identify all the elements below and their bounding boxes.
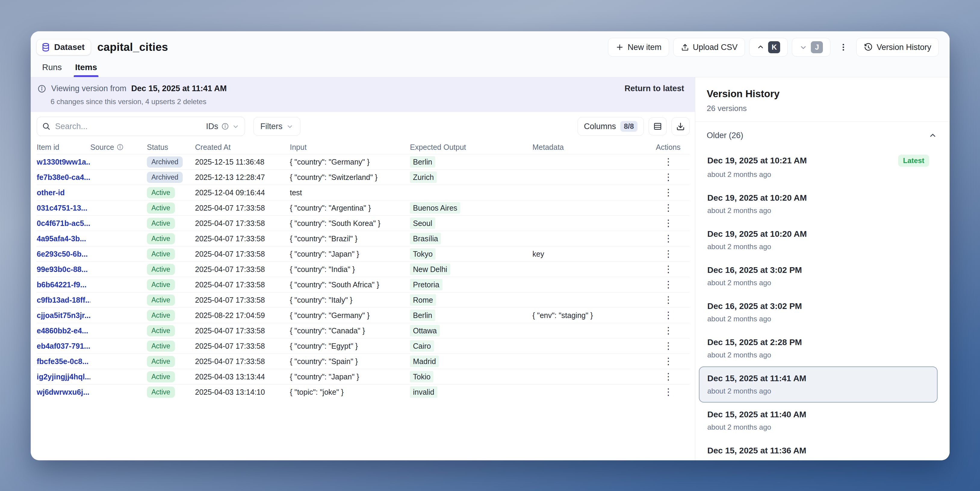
return-to-latest-link[interactable]: Return to latest [625,84,684,106]
table-row: wj6dwrwxu6j...Active2025-04-03 13:14:10{… [37,384,690,400]
older-group-toggle[interactable]: Older (26) [695,122,950,146]
version-list-item[interactable]: Dec 19, 2025 at 10:20 AMabout 2 months a… [699,186,937,222]
version-list-item[interactable]: Dec 15, 2025 at 11:36 AMabout 2 months a… [699,439,937,460]
download-button[interactable] [671,118,690,135]
created-at-cell: 2025-04-07 17:33:58 [195,219,290,228]
upvote-user-button[interactable]: K [749,38,788,57]
row-actions-kebab[interactable]: ⋮ [656,387,673,397]
search-box[interactable]: IDs [37,117,245,136]
upload-csv-button[interactable]: Upload CSV [673,38,745,57]
input-cell: { "country": "Argentina" } [290,204,410,212]
filters-button[interactable]: Filters [253,117,301,136]
status-badge: Active [147,187,175,198]
item-id-link[interactable]: 031c4751-13... [37,204,90,212]
item-id-link[interactable]: fbcfe35e-0c8... [37,357,90,366]
item-id-link[interactable]: c9fb13ad-18ff... [37,296,90,305]
version-list-item[interactable]: Dec 19, 2025 at 10:20 AMabout 2 months a… [699,222,937,258]
version-relative-time: about 2 months ago [707,279,929,287]
column-header-metadata[interactable]: Metadata [533,143,656,152]
created-at-cell: 2025-04-07 17:33:58 [195,265,290,274]
item-id-link[interactable]: 0c4f671b-ac5... [37,219,90,228]
item-id-link[interactable]: w1330t9ww1a... [37,158,90,166]
version-count: 26 versions [707,104,938,113]
item-id-link[interactable]: b6b64221-f9... [37,280,90,289]
row-height-button[interactable] [649,118,667,135]
status-cell: Active [147,371,195,382]
column-header-item-id[interactable]: Item id [37,143,90,152]
column-header-status[interactable]: Status [147,143,195,152]
row-actions-kebab[interactable]: ⋮ [656,218,673,228]
status-badge: Active [147,325,175,336]
version-relative-time: about 2 months ago [707,170,929,179]
column-header-created-at[interactable]: Created At [195,143,290,152]
info-icon [221,122,229,130]
info-icon [37,84,46,93]
column-header-source[interactable]: Source [90,143,147,152]
version-history-button[interactable]: Version History [856,38,939,57]
row-actions-kebab[interactable]: ⋮ [656,172,673,182]
version-list-item[interactable]: Dec 19, 2025 at 10:21 AMLatestabout 2 mo… [699,148,937,186]
version-list-item[interactable]: Dec 15, 2025 at 11:41 AMabout 2 months a… [699,367,937,402]
more-options-button[interactable] [835,38,852,57]
item-id-link[interactable]: cjjoa5it75n3jr... [37,311,90,320]
item-id-link[interactable]: 4a95afa4-3b... [37,234,90,243]
column-header-input[interactable]: Input [290,143,410,152]
status-badge: Active [147,356,175,367]
actions-cell: ⋮ [656,188,690,197]
item-id-link[interactable]: e4860bb2-e4... [37,326,90,335]
actions-cell: ⋮ [656,341,690,351]
version-list-item[interactable]: Dec 16, 2025 at 3:02 PMabout 2 months ag… [699,294,937,331]
input-cell: { "country": "Germany" } [290,311,410,320]
version-relative-time: about 2 months ago [707,207,929,215]
row-actions-kebab[interactable]: ⋮ [656,294,673,305]
version-relative-time: about 2 months ago [707,387,929,395]
status-cell: Active [147,294,195,306]
search-scope-dropdown[interactable]: IDs [206,122,240,131]
item-id-link[interactable]: wj6dwrwxu6j... [37,388,90,397]
table-toolbar: IDs Filters [31,112,695,136]
row-actions-kebab[interactable]: ⋮ [656,279,673,290]
upload-icon [681,43,689,51]
downvote-user-button[interactable]: J [792,38,830,57]
version-date: Dec 19, 2025 at 10:20 AM [707,229,807,239]
page-title: capital_cities [97,41,168,54]
version-date: Dec 16, 2025 at 3:02 PM [707,302,802,311]
table-row: other-idActive2025-12-04 09:16:44test⋮ [37,185,690,200]
new-item-button[interactable]: New item [608,38,669,57]
item-id-link[interactable]: fe7b38e0-ca4... [37,173,90,182]
item-id-link[interactable]: other-id [37,188,90,197]
row-actions-kebab[interactable]: ⋮ [656,264,673,274]
version-list-item[interactable]: Dec 15, 2025 at 11:40 AMabout 2 months a… [699,402,937,439]
row-actions-kebab[interactable]: ⋮ [656,310,673,320]
item-id-link[interactable]: 99e93b0c-88... [37,265,90,274]
row-actions-kebab[interactable]: ⋮ [656,248,673,259]
tab-items[interactable]: Items [75,63,97,77]
column-header-actions[interactable]: Actions [656,143,690,152]
row-actions-kebab[interactable]: ⋮ [656,340,673,351]
row-actions-kebab[interactable]: ⋮ [656,233,673,244]
version-list-item[interactable]: Dec 16, 2025 at 3:02 PMabout 2 months ag… [699,258,937,294]
item-id-link[interactable]: eb4af037-791... [37,342,90,351]
status-cell: Active [147,202,195,214]
item-id-link[interactable]: 6e293c50-6b... [37,250,90,259]
row-actions-kebab[interactable]: ⋮ [656,356,673,367]
version-date: Dec 19, 2025 at 10:21 AM [707,156,807,165]
row-actions-kebab[interactable]: ⋮ [656,202,673,213]
search-input[interactable] [55,122,206,131]
tab-runs[interactable]: Runs [42,63,62,77]
columns-button[interactable]: Columns 8/8 [578,117,644,136]
table-row: 0c4f671b-ac5...Active2025-04-07 17:33:58… [37,215,690,231]
row-actions-kebab[interactable]: ⋮ [656,187,673,198]
row-actions-kebab[interactable]: ⋮ [656,325,673,336]
status-cell: Active [147,248,195,260]
row-actions-kebab[interactable]: ⋮ [656,156,673,167]
row-actions-kebab[interactable]: ⋮ [656,371,673,382]
download-icon [676,122,685,131]
column-header-expected-output[interactable]: Expected Output [410,143,533,152]
version-list-item[interactable]: Dec 15, 2025 at 2:28 PMabout 2 months ag… [699,331,937,367]
actions-cell: ⋮ [656,280,690,289]
history-clock-icon [864,43,873,52]
status-cell: Active [147,310,195,321]
item-id-link[interactable]: ig2yjingjj4hql... [37,372,90,381]
actions-cell: ⋮ [656,295,690,305]
